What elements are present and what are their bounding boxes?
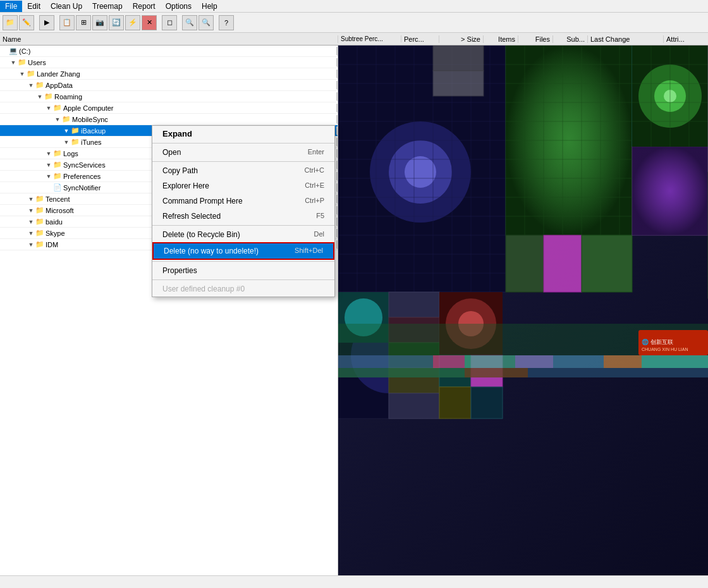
svg-rect-33 bbox=[544, 235, 582, 292]
subtree-bar bbox=[337, 195, 338, 204]
svg-text:🌐 创新互联: 🌐 创新互联 bbox=[642, 338, 673, 346]
tree-label: IDM bbox=[46, 241, 61, 248]
tree-toggle[interactable]: ▼ bbox=[62, 139, 71, 145]
menu-report[interactable]: Report bbox=[128, 1, 161, 12]
context-menu-item[interactable]: Expand bbox=[152, 126, 334, 142]
tree-label: SyncNotifier bbox=[63, 184, 103, 192]
tb-refresh[interactable]: 🔄 bbox=[109, 15, 124, 30]
tree-icon: 📄 bbox=[53, 183, 63, 192]
col-size[interactable]: > Size bbox=[439, 35, 484, 43]
col-perc[interactable]: Perc... bbox=[401, 35, 439, 43]
context-menu-item[interactable]: OpenEnter bbox=[152, 145, 334, 160]
subtree-bar bbox=[337, 126, 338, 135]
context-menu-shortcut: Ctrl+E bbox=[305, 181, 324, 190]
tree-icon: 📁 bbox=[35, 206, 46, 214]
tree-label: AppData bbox=[46, 82, 75, 89]
subtree-bar bbox=[337, 183, 338, 192]
tb-new[interactable]: 📁 bbox=[3, 15, 18, 30]
tree-icon: 💻 bbox=[9, 47, 19, 55]
menu-options[interactable]: Options bbox=[161, 1, 197, 12]
svg-rect-89 bbox=[553, 355, 604, 368]
svg-text:CHUANG XIN HU LIAN: CHUANG XIN HU LIAN bbox=[642, 347, 688, 352]
tree-toggle[interactable]: ▼ bbox=[53, 116, 62, 123]
tb-grid[interactable]: ⊞ bbox=[76, 15, 91, 30]
tb-run[interactable]: ▶ bbox=[39, 15, 54, 30]
tree-toggle[interactable]: ▼ bbox=[44, 162, 53, 168]
svg-rect-91 bbox=[642, 355, 708, 368]
col-lastchange[interactable]: Last Change bbox=[588, 35, 664, 43]
tree-row[interactable]: ▼📁Apple Computer93.1%25.1 GB116,...116,.… bbox=[0, 102, 338, 114]
tb-close[interactable]: ✕ bbox=[142, 15, 157, 30]
context-menu-item[interactable]: Properties bbox=[152, 263, 334, 278]
tb-zoom-out[interactable]: 🔍 bbox=[198, 15, 214, 30]
subtree-bar bbox=[337, 149, 338, 158]
context-menu-item[interactable]: Explorer HereCtrl+E bbox=[152, 178, 334, 193]
context-menu-item-label: Delete (no way to undelete!) bbox=[164, 247, 259, 255]
tree-toggle[interactable]: ▼ bbox=[27, 82, 35, 89]
tree-toggle[interactable]: ▼ bbox=[18, 71, 27, 77]
tree-row[interactable]: ▼📁AppData71.0%44.4 GB340,...323,...17,8.… bbox=[0, 80, 338, 91]
context-menu-item[interactable]: Delete (no way to undelete!)Shift+Del bbox=[152, 242, 334, 260]
menu-file[interactable]: File bbox=[0, 1, 22, 12]
col-subtree[interactable]: Subtree Perc... bbox=[338, 35, 401, 42]
context-menu-separator bbox=[152, 143, 334, 144]
col-sub2[interactable]: Sub... bbox=[553, 35, 588, 43]
tree-toggle[interactable]: ▼ bbox=[27, 207, 35, 214]
tree-toggle[interactable]: ▼ bbox=[27, 196, 35, 202]
tree-icon: 📁 bbox=[53, 104, 63, 112]
tree-toggle[interactable]: ▼ bbox=[44, 105, 53, 111]
status-bar bbox=[0, 575, 708, 588]
tree-toggle[interactable]: ▼ bbox=[44, 173, 53, 180]
menu-help[interactable]: Help bbox=[197, 1, 223, 12]
tb-edit[interactable]: ✏️ bbox=[19, 15, 34, 30]
tree-toggle[interactable]: ▼ bbox=[27, 219, 35, 225]
tree-icon: 📁 bbox=[35, 229, 46, 237]
tree-icon: 📁 bbox=[27, 70, 37, 78]
menu-edit[interactable]: Edit bbox=[22, 1, 46, 12]
tree-row[interactable]: ▼📁Lander Zhang99.9%62.6 GB354,...336,...… bbox=[0, 68, 338, 80]
tb-square[interactable]: ◻ bbox=[162, 15, 177, 30]
tree-row[interactable]: 💻(C:)[1:4...117.4 GB585,...530,...54,3..… bbox=[0, 46, 338, 57]
context-menu-separator bbox=[152, 279, 334, 280]
tree-toggle[interactable]: ▼ bbox=[62, 128, 71, 134]
context-menu-item[interactable]: Refresh SelectedF5 bbox=[152, 209, 334, 224]
tree-toggle[interactable]: ▼ bbox=[9, 59, 18, 66]
subtree-bar bbox=[337, 115, 338, 124]
col-name[interactable]: Name bbox=[0, 35, 338, 43]
menu-cleanup[interactable]: Clean Up bbox=[46, 1, 87, 12]
col-files[interactable]: Files bbox=[518, 35, 553, 43]
menu-treemap[interactable]: Treemap bbox=[87, 1, 128, 12]
svg-rect-87 bbox=[465, 355, 515, 368]
tree-toggle[interactable]: ▼ bbox=[44, 150, 53, 157]
svg-rect-27 bbox=[433, 71, 484, 96]
context-menu-item[interactable]: Command Prompt HereCtrl+P bbox=[152, 193, 334, 209]
svg-rect-34 bbox=[582, 235, 632, 292]
tree-icon: 📁 bbox=[35, 240, 46, 248]
context-menu-item[interactable]: Copy PathCtrl+C bbox=[152, 163, 334, 178]
tree-toggle[interactable]: ▼ bbox=[27, 242, 35, 248]
tb-flash[interactable]: ⚡ bbox=[125, 15, 140, 30]
treemap-visualization: 🌐 创新互联 CHUANG XIN HU LIAN bbox=[338, 46, 708, 575]
col-items[interactable]: Items bbox=[484, 35, 518, 43]
tree-toggle[interactable]: ▼ bbox=[35, 94, 44, 100]
col-attri[interactable]: Attri... bbox=[664, 35, 702, 43]
tree-label: Microsoft bbox=[46, 207, 76, 214]
tree-row[interactable]: ▼📁MobileSync93.6%23.5 GB114,...114,...51… bbox=[0, 114, 338, 125]
subtree-bar bbox=[337, 161, 338, 169]
svg-rect-92 bbox=[338, 368, 465, 377]
context-menu-shortcut: F5 bbox=[316, 212, 324, 221]
tree-toggle[interactable]: ▼ bbox=[27, 230, 35, 236]
context-menu-item[interactable]: Delete (to Recycle Bin)Del bbox=[152, 227, 334, 242]
context-menu-shortcut: Enter bbox=[308, 148, 324, 157]
context-menu: ExpandOpenEnterCopy PathCtrl+CExplorer H… bbox=[152, 125, 335, 297]
tb-help[interactable]: ? bbox=[219, 15, 234, 30]
tb-camera[interactable]: 📷 bbox=[92, 15, 107, 30]
tree-row[interactable]: ▼📁Roaming60.7%27.0 GB138,...136,...2,551… bbox=[0, 91, 338, 102]
svg-point-5 bbox=[405, 156, 436, 188]
tree-label: MobileSync bbox=[72, 116, 111, 123]
tb-zoom-in[interactable]: 🔍 bbox=[182, 15, 197, 30]
tree-row[interactable]: ▼📁Users53.3%62.6 GB354,...336,...18,0...… bbox=[0, 57, 338, 68]
treemap-panel[interactable]: 🌐 创新互联 CHUANG XIN HU LIAN bbox=[338, 46, 708, 575]
tb-copy[interactable]: 📋 bbox=[59, 15, 75, 30]
tree-icon: 📁 bbox=[71, 126, 81, 135]
